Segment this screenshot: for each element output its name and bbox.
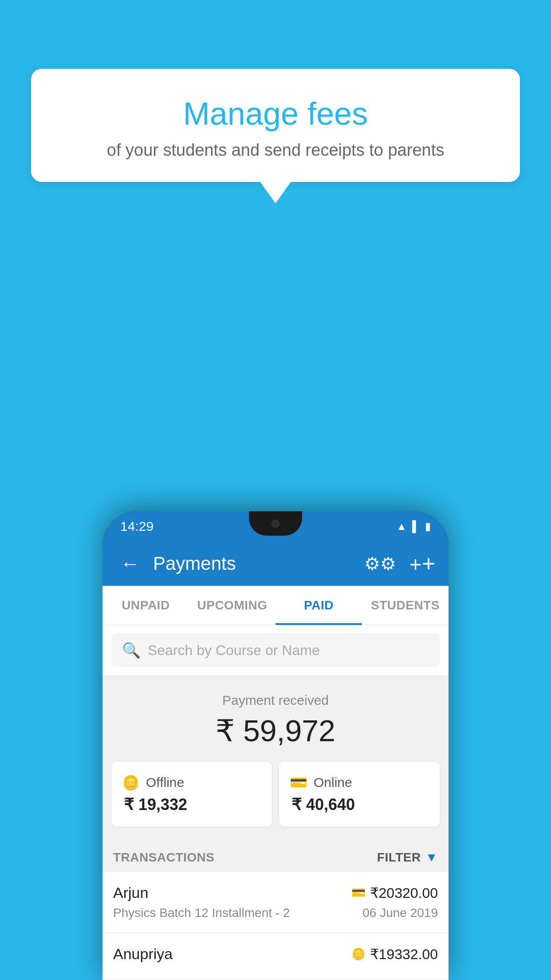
filter-label: FILTER bbox=[377, 850, 421, 865]
search-bar[interactable]: 🔍 Search by Course or Name bbox=[111, 633, 440, 667]
phone: 14:29 ▲ ▌ ▮ ← Payments ⚙ + UNPAID UPCOMI… bbox=[102, 511, 449, 980]
status-time: 14:29 bbox=[120, 519, 153, 534]
notch bbox=[249, 511, 302, 536]
transaction-name-arjun: Arjun bbox=[113, 884, 148, 901]
card-payment-icon-arjun: 💳 bbox=[351, 886, 366, 900]
filter-button[interactable]: FILTER ▼ bbox=[377, 850, 438, 865]
app-header: ← Payments ⚙ + bbox=[102, 541, 449, 586]
filter-icon: ▼ bbox=[425, 850, 438, 865]
offline-card: 🪙 Offline ₹ 19,332 bbox=[111, 762, 272, 826]
transaction-amount-wrap-anupriya: 🪙 ₹19332.00 bbox=[351, 946, 438, 963]
payment-received-label: Payment received bbox=[111, 693, 440, 708]
offline-label: Offline bbox=[146, 775, 184, 790]
online-label: Online bbox=[314, 775, 352, 790]
online-card: 💳 Online ₹ 40,640 bbox=[279, 762, 440, 826]
online-amount: ₹ 40,640 bbox=[290, 795, 429, 814]
search-icon: 🔍 bbox=[122, 641, 141, 659]
tooltip-title: Manage fees bbox=[58, 95, 493, 132]
transactions-label: TRANSACTIONS bbox=[113, 850, 214, 865]
transaction-row[interactable]: Anupriya 🪙 ₹19332.00 bbox=[102, 933, 449, 980]
transaction-amount-wrap-arjun: 💳 ₹20320.00 bbox=[351, 885, 438, 901]
transaction-name-anupriya: Anupriya bbox=[113, 945, 173, 963]
payment-total-amount: ₹ 59,972 bbox=[111, 713, 440, 748]
tooltip-card: Manage fees of your students and send re… bbox=[31, 69, 520, 182]
header-title: Payments bbox=[153, 553, 355, 574]
transaction-bottom-arjun: Physics Batch 12 Installment - 2 06 June… bbox=[113, 906, 438, 920]
search-container: 🔍 Search by Course or Name bbox=[102, 625, 449, 675]
transactions-header: TRANSACTIONS FILTER ▼ bbox=[102, 840, 449, 872]
app-content: 🔍 Search by Course or Name Payment recei… bbox=[102, 625, 449, 980]
tab-unpaid[interactable]: UNPAID bbox=[102, 586, 189, 625]
online-icon: 💳 bbox=[290, 774, 307, 791]
tooltip-subtitle: of your students and send receipts to pa… bbox=[58, 141, 493, 160]
header-icons: ⚙ + bbox=[364, 552, 435, 575]
transaction-top-anupriya: Anupriya 🪙 ₹19332.00 bbox=[113, 945, 438, 963]
cash-payment-icon-anupriya: 🪙 bbox=[351, 947, 366, 961]
gear-icon[interactable]: ⚙ bbox=[364, 553, 396, 574]
signal-icon: ▌ bbox=[412, 520, 420, 533]
tab-upcoming[interactable]: UPCOMING bbox=[189, 586, 276, 625]
tab-paid[interactable]: PAID bbox=[276, 586, 362, 625]
camera-dot bbox=[272, 520, 279, 528]
transaction-date-arjun: 06 June 2019 bbox=[362, 906, 438, 920]
transaction-amount-anupriya: ₹19332.00 bbox=[370, 946, 438, 963]
status-bar: 14:29 ▲ ▌ ▮ bbox=[102, 511, 449, 541]
plus-icon[interactable]: + bbox=[409, 552, 435, 575]
transaction-amount-arjun: ₹20320.00 bbox=[370, 885, 438, 901]
search-input[interactable]: Search by Course or Name bbox=[148, 642, 320, 659]
online-card-header: 💳 Online bbox=[290, 774, 429, 791]
tab-students[interactable]: STUDENTS bbox=[362, 586, 449, 625]
tabs: UNPAID UPCOMING PAID STUDENTS bbox=[102, 586, 449, 625]
offline-icon: 🪙 bbox=[122, 774, 140, 791]
transaction-row[interactable]: Arjun 💳 ₹20320.00 Physics Batch 12 Insta… bbox=[102, 872, 449, 933]
offline-amount: ₹ 19,332 bbox=[122, 795, 261, 814]
payment-summary: Payment received ₹ 59,972 bbox=[102, 675, 449, 762]
status-icons: ▲ ▌ ▮ bbox=[396, 520, 431, 533]
offline-card-header: 🪙 Offline bbox=[122, 774, 261, 791]
back-button[interactable]: ← bbox=[116, 548, 144, 579]
battery-icon: ▮ bbox=[425, 520, 431, 533]
phone-wrapper: 14:29 ▲ ▌ ▮ ← Payments ⚙ + UNPAID UPCOMI… bbox=[102, 511, 449, 980]
payment-cards: 🪙 Offline ₹ 19,332 💳 Online ₹ 40,640 bbox=[102, 762, 449, 840]
wifi-icon: ▲ bbox=[396, 520, 407, 533]
transaction-course-arjun: Physics Batch 12 Installment - 2 bbox=[113, 906, 290, 920]
transaction-top-arjun: Arjun 💳 ₹20320.00 bbox=[113, 884, 438, 901]
